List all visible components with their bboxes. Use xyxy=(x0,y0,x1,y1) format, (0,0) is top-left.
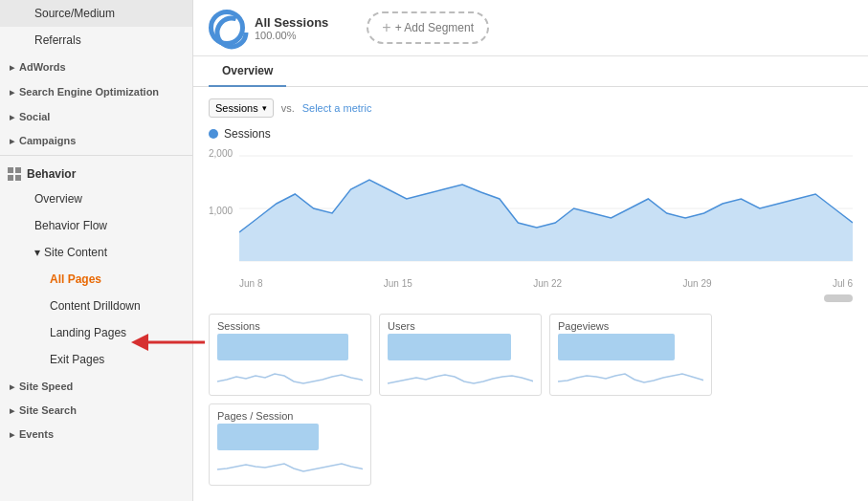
sidebar-item-overview[interactable]: Overview xyxy=(0,185,192,212)
metric-mini-pageviews xyxy=(558,362,703,391)
site-content-arrow-icon xyxy=(34,246,40,259)
metric-select-dropdown[interactable]: Sessions ▾ xyxy=(209,98,274,118)
x-label-jun8: Jun 8 xyxy=(239,278,262,289)
seo-arrow-icon xyxy=(10,87,14,98)
main-content: All Sessions 100.00% + + Add Segment Ove… xyxy=(193,0,868,501)
sidebar-item-source-medium[interactable]: Source/Medium xyxy=(0,0,192,27)
plus-icon: + xyxy=(382,19,390,36)
all-sessions-segment: All Sessions 100.00% xyxy=(209,10,328,46)
metric-mini-pages-session xyxy=(217,452,363,481)
social-arrow-icon xyxy=(10,112,14,122)
scroll-hint xyxy=(209,294,853,302)
events-arrow-icon xyxy=(10,429,14,440)
svg-rect-0 xyxy=(8,167,13,173)
metric-tile-pageviews: Pageviews xyxy=(549,314,712,396)
metric-bar-pageviews xyxy=(558,334,675,360)
sidebar: Source/Medium Referrals AdWords Search E… xyxy=(0,0,193,501)
metric-bar-sessions xyxy=(217,334,348,360)
metric-title-sessions: Sessions xyxy=(217,320,363,332)
x-label-jul6: Jul 6 xyxy=(833,278,853,289)
dropdown-caret-icon: ▾ xyxy=(262,103,267,113)
sidebar-item-content-drilldown[interactable]: Content Drilldown xyxy=(0,293,192,319)
metric-title-pages-session: Pages / Session xyxy=(217,410,363,422)
metric-title-users: Users xyxy=(388,320,533,332)
sidebar-item-landing-pages[interactable]: Landing Pages xyxy=(0,319,192,346)
tabs-bar: Overview xyxy=(193,56,868,87)
sessions-line-chart xyxy=(239,146,853,271)
metric-tile-sessions: Sessions xyxy=(209,314,371,396)
adwords-arrow-icon xyxy=(10,62,14,73)
sidebar-item-behavior-flow[interactable]: Behavior Flow xyxy=(0,212,192,239)
x-label-jun15: Jun 15 xyxy=(384,278,412,289)
sidebar-section-adwords[interactable]: AdWords xyxy=(0,54,192,77)
sidebar-item-site-content[interactable]: Site Content xyxy=(0,239,192,266)
sidebar-item-referrals[interactable]: Referrals xyxy=(0,27,192,54)
sidebar-item-all-pages[interactable]: All Pages xyxy=(0,266,192,293)
sidebar-section-social[interactable]: Social xyxy=(0,103,192,127)
sidebar-section-site-search[interactable]: Site Search xyxy=(0,397,192,421)
metric-mini-users xyxy=(388,362,533,391)
tab-overview[interactable]: Overview xyxy=(209,56,286,87)
chart-legend: Sessions xyxy=(209,127,853,141)
select-metric-link[interactable]: Select a metric xyxy=(302,102,372,114)
svg-rect-3 xyxy=(15,175,21,181)
metric-title-pageviews: Pageviews xyxy=(558,320,703,332)
y-axis-2000: 2,000 xyxy=(209,148,233,159)
segment-bar: All Sessions 100.00% + + Add Segment xyxy=(193,0,868,56)
sidebar-section-site-speed[interactable]: Site Speed xyxy=(0,373,192,397)
behavior-grid-icon xyxy=(8,167,21,181)
line-chart: 2,000 1,000 xyxy=(209,146,853,271)
x-label-jun29: Jun 29 xyxy=(683,278,712,289)
legend-dot-sessions xyxy=(209,129,218,139)
y-axis-1000: 1,000 xyxy=(209,206,233,216)
metric-tile-users: Users xyxy=(379,314,542,396)
metric-mini-sessions xyxy=(217,362,363,391)
metric-tiles-row1: Sessions Users Pageviews xyxy=(193,306,868,493)
add-segment-button[interactable]: + + Add Segment xyxy=(367,11,489,44)
sidebar-section-behavior[interactable]: Behavior xyxy=(0,160,192,185)
sidebar-section-seo[interactable]: Search Engine Optimization xyxy=(0,77,192,103)
chart-area: Sessions ▾ vs. Select a metric Sessions … xyxy=(193,87,868,302)
site-search-arrow-icon xyxy=(10,405,14,416)
svg-point-6 xyxy=(217,18,246,47)
metric-bar-pages-session xyxy=(217,424,319,450)
segment-circle xyxy=(209,10,245,46)
metric-tiles-row2: Avg. Session Duration Bounce Rate % New … xyxy=(193,493,868,501)
x-axis-labels: Jun 8 Jun 15 Jun 22 Jun 29 Jul 6 xyxy=(209,278,853,289)
scroll-thumb[interactable] xyxy=(824,294,853,302)
svg-rect-2 xyxy=(8,175,13,181)
segment-text: All Sessions 100.00% xyxy=(255,15,328,41)
sidebar-item-exit-pages[interactable]: Exit Pages xyxy=(0,346,192,373)
sidebar-section-campaigns[interactable]: Campaigns xyxy=(0,127,192,151)
sidebar-section-events[interactable]: Events xyxy=(0,421,192,445)
campaigns-arrow-icon xyxy=(10,136,14,146)
x-label-jun22: Jun 22 xyxy=(533,278,562,289)
site-speed-arrow-icon xyxy=(10,381,14,392)
svg-rect-1 xyxy=(15,167,21,173)
chart-controls: Sessions ▾ vs. Select a metric xyxy=(209,98,853,118)
metric-tile-pages-session: Pages / Session xyxy=(209,403,371,486)
metric-bar-users xyxy=(388,334,511,360)
